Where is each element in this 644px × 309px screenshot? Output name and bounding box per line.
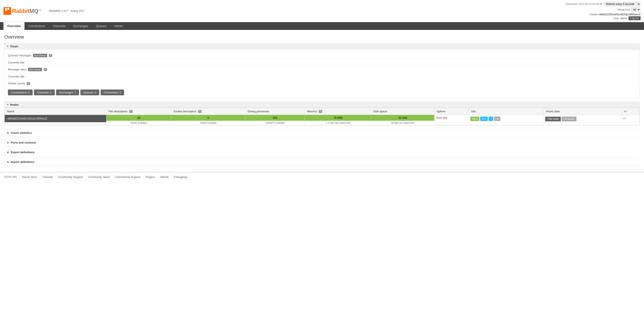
plus-minus[interactable]: +/- [622,115,639,122]
churn-header[interactable]: ▶ Churn statistics [4,129,640,137]
rates-status-text: Currently idle [8,75,24,78]
nav-item-queues[interactable]: Queues [92,22,110,30]
badge-rss: rss [494,117,500,121]
message-rates-badge: last minute [28,68,42,71]
file-desc-available: 65535 available [106,121,171,125]
table-row: rabbit@iZ2zed3zc4k2njx1902wzuZ 36 65535 … [5,115,640,125]
queued-messages-help[interactable]: ? [49,54,52,57]
all-nodes-button[interactable]: All nodes [562,117,576,121]
totals-section-header[interactable]: ▼ Totals [4,43,640,50]
export-section: ▶ Export definitions [4,148,640,156]
queues-count-btn[interactable]: Queues: 0 [80,90,99,95]
export-arrow-icon: ▶ [7,151,9,154]
disk-value: 32 GiB [371,115,434,121]
uptime-value: 52m 25s [434,115,469,121]
col-uptime: Uptime [434,108,469,115]
nav-item-connections[interactable]: Connections [24,22,49,30]
queued-messages-status: Currently idle [8,59,636,66]
disk-sub: 48 MiB low watermark [371,121,434,125]
global-counts-help[interactable]: ? [27,82,30,85]
refresh-line: Refreshed 2022-09-15 00:48:38 Refresh ev… [566,2,640,7]
socket-desc-value: 0 [171,115,245,121]
nav-item-exchanges[interactable]: Exchanges [70,22,92,30]
version-erlang: Erlang 25.0 [71,10,84,13]
refreshed-text: Refreshed 2022-09-15 00:48:38 [566,3,602,6]
global-counts-label: Global counts [8,82,25,85]
footer-link-plugins[interactable]: Plugins [146,175,155,179]
exchanges-count-btn[interactable]: Exchanges: 7 [56,90,79,95]
footer-link-github[interactable]: GitHub [160,175,168,179]
connections-count-btn[interactable]: Connections: 0 [8,90,33,95]
vhost-label: Virtual host [617,8,630,11]
this-node-button[interactable]: This node [545,117,561,121]
socket-desc-cell: 0 58892 available [171,115,246,125]
logo-mq: MQ [30,8,38,14]
counts-row: Connections: 0 Channels: 0 Exchanges: 7 … [8,90,636,95]
cluster-line: Cluster rabbit@iZ2zed3zc4k2njx1902wzuZ [566,13,640,16]
col-memory: Memory ? [305,108,371,115]
file-desc-value: 36 [106,115,171,121]
info-cell: basic disc 1 rss [469,115,544,125]
footer-link-commercial-support[interactable]: Commercial Support [115,175,140,179]
export-title: Export definitions [11,151,34,154]
churn-arrow-icon: ▶ [7,131,9,134]
vhost-select[interactable]: All / [631,7,640,12]
node-name: rabbit@iZ2zed3zc4k2njx1902wzuZ [5,115,106,122]
logout-button[interactable]: Log out [628,16,640,20]
erlang-value: 354 [246,115,304,121]
node-name-cell: rabbit@iZ2zed3zc4k2njx1902wzuZ [5,115,106,125]
file-desc-help[interactable]: ? [129,110,133,113]
nav-item-channels[interactable]: Channels [49,22,70,30]
consumers-count-btn[interactable]: Consumers: 0 [100,90,124,95]
page-title: Overview [4,34,640,40]
user-label: User [614,17,619,20]
footer-link-changelog[interactable]: Changelog [174,175,187,179]
col-name: Name [5,108,106,115]
global-counts-row: Global counts ? [8,80,636,87]
footer: HTTP API Server Docs Tutorials Community… [0,172,644,182]
col-erlang: Erlang processes [245,108,304,115]
logo-rabbit: Rabbit [12,8,30,14]
totals-toggle-icon: ▼ [7,45,9,48]
import-header[interactable]: ▶ Import definitions [4,158,640,166]
memory-cell: 78 MiB 1.4 GiB high watermark [305,115,371,125]
col-socket-desc: Socket descriptors ? [171,108,246,115]
footer-link-community-slack[interactable]: Community Slack [88,175,110,179]
footer-link-server-docs[interactable]: Server Docs [22,175,38,179]
ports-title: Ports and contexts [11,141,36,144]
socket-desc-help[interactable]: ? [198,110,202,113]
nodes-section-header[interactable]: ▼ Nodes [4,102,640,108]
refresh-select[interactable]: Refresh every 5 seconds Refresh every 10… [604,2,640,7]
header: RabbitMQTM RabbitMQ 3.10.7 Erlang 25.0 R… [0,0,644,22]
queued-messages-label: Queued messages [8,54,32,57]
memory-value: 78 MiB [305,115,371,121]
logo-text: RabbitMQTM [12,8,41,15]
export-header[interactable]: ▶ Export definitions [4,148,640,156]
cluster-label: Cluster [590,13,598,16]
queued-messages-badge: last minute [33,54,47,57]
col-actions: +/- [622,108,639,115]
churn-title: Churn statistics [11,131,32,135]
footer-link-community-support[interactable]: Community Support [58,175,83,179]
nav-item-admin[interactable]: Admin [110,22,127,30]
message-rates-row: Message rates last minute ? [8,66,636,73]
message-rates-help[interactable]: ? [44,68,47,71]
footer-link-http-api[interactable]: HTTP API [4,175,17,179]
disk-cell: 32 GiB 48 MiB low watermark [371,115,434,125]
version-rabbitmq: RabbitMQ 3.10.7 [49,10,68,13]
cluster-name: rabbit@iZ2zed3zc4k2njx1902wzuZ [598,13,640,16]
logo: RabbitMQTM [4,7,41,15]
version-info: RabbitMQ 3.10.7 Erlang 25.0 [49,10,84,13]
nodes-toggle-icon: ▼ [7,104,9,106]
header-right: Refreshed 2022-09-15 00:48:38 Refresh ev… [566,2,640,20]
nav-item-overview[interactable]: Overview [4,22,24,30]
user-name: admin [620,17,627,20]
ports-header[interactable]: ▶ Ports and contexts [4,139,640,147]
col-file-desc: File descriptors ? [106,108,171,115]
channels-count-btn[interactable]: Channels: 0 [34,90,55,95]
rabbit-icon [4,7,11,15]
footer-link-tutorials[interactable]: Tutorials [42,175,53,179]
memory-help[interactable]: ? [319,110,322,113]
nodes-section-title: Nodes [10,103,19,106]
socket-desc-available: 58892 available [171,121,245,125]
